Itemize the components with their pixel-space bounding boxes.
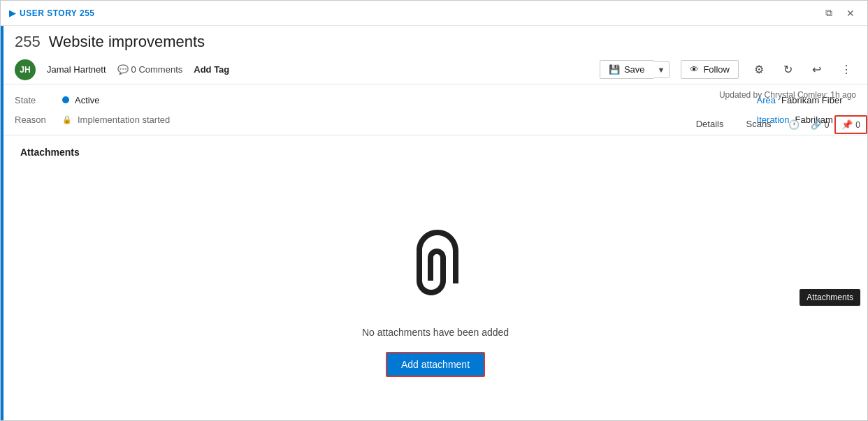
content-area: Attachments No attachments have been add… bbox=[3, 135, 867, 420]
title-bar-left: ▶ USER STORY 255 bbox=[9, 8, 95, 18]
state-dot bbox=[62, 96, 69, 103]
undo-icon-button[interactable]: ↩ bbox=[808, 60, 825, 79]
more-options-button[interactable]: ⋮ bbox=[837, 60, 856, 79]
add-attachment-button[interactable]: Add attachment bbox=[386, 352, 485, 377]
close-button[interactable]: ✕ bbox=[842, 6, 859, 20]
lock-icon: 🔒 bbox=[62, 115, 72, 124]
paperclip-icon: 📌 bbox=[841, 119, 853, 130]
eye-icon: 👁 bbox=[690, 64, 699, 75]
state-reason-group: State Active Reason 🔒 Implementation sta… bbox=[15, 84, 729, 135]
save-button[interactable]: 💾 Save bbox=[600, 60, 653, 79]
comments-count: 0 Comments bbox=[131, 64, 183, 75]
metadata-row: State Active Reason 🔒 Implementation sta… bbox=[3, 84, 867, 135]
add-tag-button[interactable]: Add Tag bbox=[194, 64, 229, 75]
story-title: Website improvements bbox=[49, 33, 205, 51]
tab-scans[interactable]: Scans bbox=[735, 115, 782, 135]
author-actions-row: JH Jamal Hartnett 💬 0 Comments Add Tag 💾… bbox=[3, 55, 867, 84]
avatar: JH bbox=[15, 59, 36, 80]
title-bar-right: ⧉ ✕ bbox=[821, 6, 859, 20]
comments-link[interactable]: 💬 0 Comments bbox=[117, 64, 183, 75]
story-number: 255 bbox=[15, 33, 41, 51]
title-bar: ▶ USER STORY 255 ⧉ ✕ bbox=[1, 1, 867, 26]
state-label: State bbox=[15, 95, 57, 105]
history-icon: 🕐 bbox=[788, 119, 800, 130]
link-icon: 🔗 bbox=[811, 119, 822, 130]
updated-text: Updated by Chrystal Comley: 1h ago bbox=[719, 90, 856, 100]
reason-field: Reason 🔒 Implementation started bbox=[15, 110, 729, 129]
comment-icon: 💬 bbox=[117, 64, 129, 75]
user-story-icon: ▶ bbox=[9, 8, 15, 18]
reason-value: Implementation started bbox=[78, 115, 170, 125]
save-button-group: 💾 Save ▼ bbox=[600, 60, 670, 79]
empty-text: No attachments have been added bbox=[362, 327, 509, 338]
reason-label: Reason bbox=[15, 115, 57, 125]
author-name: Jamal Hartnett bbox=[47, 64, 106, 75]
attachments-count: 0 bbox=[855, 120, 860, 130]
refresh-icon-button[interactable]: ↻ bbox=[779, 60, 797, 79]
tabs-row: Details Scans 🕐 🔗 0 📌 0 bbox=[685, 115, 867, 135]
history-icon-button[interactable]: 🕐 bbox=[783, 117, 805, 133]
state-value: Active bbox=[75, 95, 99, 105]
save-icon: 💾 bbox=[609, 64, 620, 75]
settings-icon-button[interactable]: ⚙ bbox=[750, 60, 768, 79]
tab-details[interactable]: Details bbox=[685, 115, 735, 135]
attachments-section-title: Attachments bbox=[20, 147, 80, 158]
empty-state: No attachments have been added Add attac… bbox=[20, 194, 851, 409]
links-button[interactable]: 🔗 0 bbox=[805, 117, 835, 133]
links-count: 0 bbox=[825, 120, 830, 130]
save-dropdown-button[interactable]: ▼ bbox=[653, 61, 670, 78]
attachments-button[interactable]: 📌 0 bbox=[834, 115, 867, 134]
story-title-row: 255 Website improvements bbox=[3, 26, 867, 55]
title-bar-text: USER STORY 255 bbox=[20, 8, 95, 18]
large-paperclip-icon bbox=[393, 226, 477, 310]
follow-button[interactable]: 👁 Follow bbox=[681, 60, 739, 79]
minimize-button[interactable]: ⧉ bbox=[821, 6, 837, 20]
state-field: State Active bbox=[15, 90, 729, 110]
